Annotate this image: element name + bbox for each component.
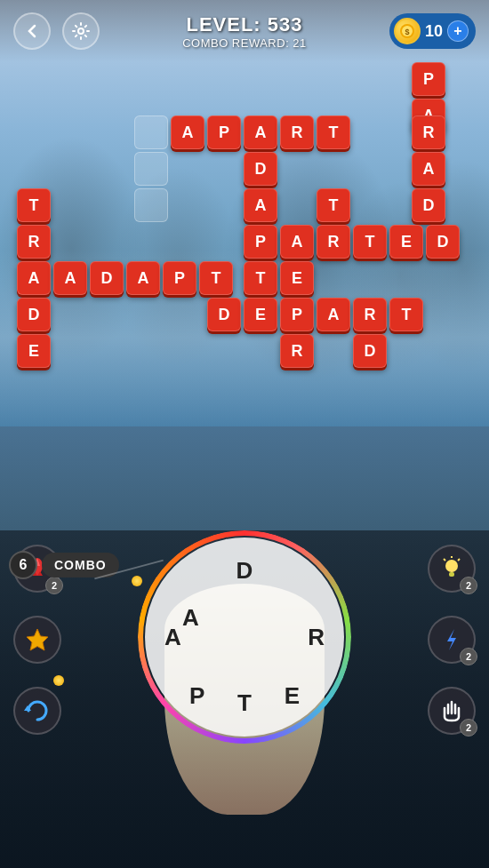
- tile-R2: R: [317, 225, 350, 259]
- level-text: LEVEL: 533: [186, 13, 302, 36]
- lightning-badge: 2: [460, 648, 477, 665]
- tile-E2: E: [280, 261, 314, 295]
- tile-D3: D: [90, 261, 124, 295]
- back-icon: [23, 22, 41, 40]
- wheel-letter-A1[interactable]: A: [164, 624, 181, 651]
- svg-line-17: [444, 559, 445, 561]
- lightbulb-icon: [438, 555, 465, 582]
- tile-R3: R: [353, 298, 387, 331]
- refresh-button[interactable]: [13, 687, 61, 735]
- wheel-letter-A2[interactable]: A: [182, 604, 199, 632]
- combo-number: 6: [9, 551, 37, 579]
- star-button[interactable]: [13, 616, 61, 664]
- wheel-inner: D R E P T A A: [145, 538, 344, 737]
- tile-A-left1: A: [17, 261, 51, 295]
- lightning-icon: [438, 626, 465, 653]
- star-icon: [24, 626, 51, 653]
- svg-marker-18: [447, 629, 456, 650]
- header-left-buttons: [13, 12, 100, 50]
- settings-button[interactable]: [62, 12, 100, 50]
- wheel-letter-E[interactable]: E: [285, 682, 300, 710]
- tile-P-top: P: [412, 62, 445, 96]
- empty-tile-2: [134, 152, 168, 186]
- lightbulb-badge: 2: [460, 577, 477, 594]
- tile-A4: A: [280, 225, 314, 259]
- tile-R1: R: [280, 115, 314, 149]
- coin-display: $ 10 +: [389, 13, 476, 49]
- hand-icon: [438, 697, 465, 724]
- tile-T6: T: [389, 298, 423, 331]
- tile-T2: T: [317, 188, 350, 222]
- tile-E-left1: E: [17, 334, 51, 368]
- tile-T4: T: [199, 261, 233, 295]
- svg-point-13: [445, 560, 458, 572]
- lightning-button[interactable]: 2: [428, 616, 476, 664]
- tile-R-left1: R: [17, 225, 51, 259]
- tile-D2: D: [426, 225, 460, 259]
- tile-P1: P: [207, 115, 241, 149]
- tile-D1: D: [244, 152, 277, 186]
- dot-decoration-2: [53, 675, 64, 686]
- back-button[interactable]: [13, 12, 51, 50]
- tile-A1: A: [171, 115, 204, 149]
- tile-P4: P: [280, 298, 314, 331]
- letter-wheel[interactable]: D R E P T A A: [138, 530, 351, 744]
- tile-T1: T: [317, 115, 350, 149]
- tile-T5: T: [244, 261, 277, 295]
- svg-point-0: [78, 28, 84, 34]
- rocket-badge: 2: [45, 577, 63, 594]
- combo-reward-text: COMBO REWARD: 21: [182, 36, 307, 50]
- tile-A6: A: [126, 261, 160, 295]
- tile-A3: A: [244, 188, 277, 222]
- bottom-panel: D R E P T A A 2: [0, 530, 489, 868]
- header-center: LEVEL: 533 COMBO REWARD: 21: [182, 13, 307, 50]
- refresh-icon: [24, 697, 51, 724]
- lightbulb-button[interactable]: 2: [428, 545, 476, 593]
- tile-E1: E: [389, 225, 423, 259]
- dot-decoration-1: [132, 576, 142, 586]
- tile-A2: A: [244, 115, 277, 149]
- tile-D4: D: [207, 298, 241, 331]
- add-coins-button[interactable]: +: [447, 20, 469, 42]
- tile-A7: A: [317, 298, 350, 331]
- svg-rect-14: [449, 572, 454, 577]
- wheel-letter-P[interactable]: P: [189, 682, 204, 710]
- wheel-letter-D[interactable]: D: [236, 557, 253, 585]
- hand-badge: 2: [460, 719, 477, 737]
- empty-tile-3: [134, 188, 168, 222]
- header: LEVEL: 533 COMBO REWARD: 21 $ 10 +: [0, 0, 489, 62]
- svg-marker-11: [27, 629, 48, 650]
- hand-button[interactable]: 2: [428, 687, 476, 735]
- tile-E3: E: [244, 298, 277, 331]
- tile-P3: P: [163, 261, 196, 295]
- tile-A5: A: [53, 261, 87, 295]
- gear-icon: [71, 21, 91, 41]
- tile-R-right: R: [412, 115, 445, 149]
- tile-T-left1: T: [17, 188, 51, 222]
- coin-image: $: [399, 23, 415, 39]
- tile-P2: P: [244, 225, 277, 259]
- wheel-letter-R[interactable]: R: [308, 624, 325, 651]
- wheel-letter-T[interactable]: T: [237, 689, 252, 717]
- tile-D5: D: [353, 334, 387, 368]
- tile-D-right: D: [412, 188, 445, 222]
- tile-R4: R: [280, 334, 314, 368]
- tile-A-right2: A: [412, 152, 445, 186]
- coin-icon: $: [394, 18, 421, 44]
- coin-count: 10: [425, 22, 443, 41]
- tile-T3: T: [353, 225, 387, 259]
- svg-line-16: [458, 559, 460, 561]
- empty-tile-1: [134, 115, 168, 149]
- tile-D-left1: D: [17, 298, 51, 331]
- svg-text:$: $: [405, 28, 409, 36]
